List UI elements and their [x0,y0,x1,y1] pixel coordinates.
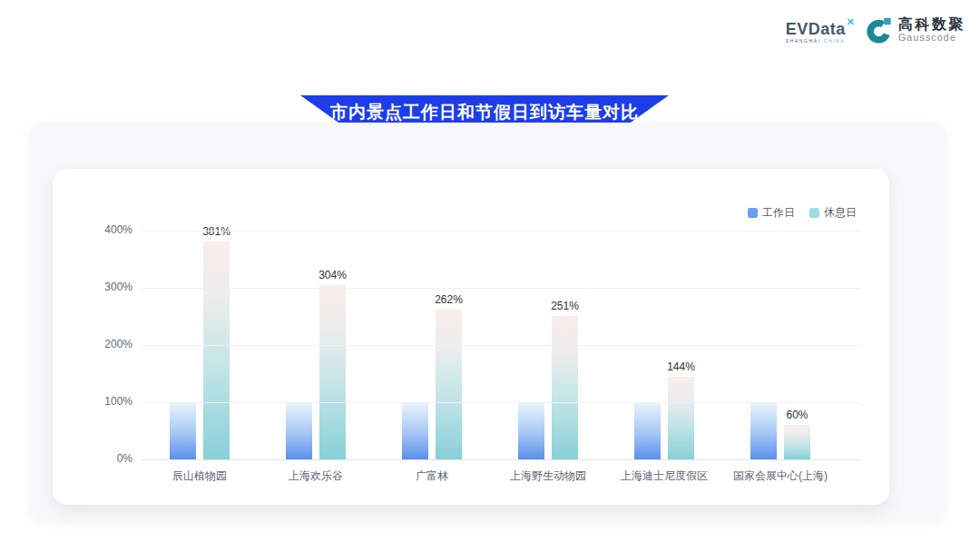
evdata-subtext: SHANGHAI CHINA [786,39,845,44]
y-axis-tick-label: 300% [80,281,132,292]
bar-restday[interactable] [668,377,694,459]
bar-restday[interactable] [436,310,462,459]
gridline [142,402,860,403]
bar-value-label: 262% [435,294,463,305]
y-axis-tick-label: 200% [80,339,132,350]
bar-workday[interactable] [402,402,428,459]
bar-workday[interactable] [518,402,544,459]
gausscode-name-en: Gausscode [898,33,965,43]
bar-wrap-restday: 262% [436,310,462,459]
page-title: 市内景点工作日和节假日到访车量对比 [330,101,639,124]
gausscode-logo: 高科数聚 Gausscode [867,15,965,44]
bar-workday[interactable] [170,402,196,459]
bar-value-label: 304% [318,270,347,281]
gridline [142,231,860,232]
bar-restday[interactable] [552,316,578,459]
legend-marker-restday-icon [809,208,819,218]
chart-legend: 工作日 休息日 [748,205,857,221]
y-axis-tick-label: 100% [80,396,132,407]
brand-logos: EVData ✕ SHANGHAI CHINA 高科数聚 Gausscode [786,15,965,44]
chart-card: 工作日 休息日 381%辰山植物园304%上海欢乐谷262%广富林251%上海野… [53,169,889,505]
bar-wrap-restday: 381% [203,242,230,459]
x-axis-category-label: 上海欢乐谷 [289,470,343,481]
bar-wrap-workday [170,402,196,459]
gausscode-g-icon [867,15,894,44]
y-axis-tick-label: 0% [80,453,132,464]
bar-workday[interactable] [286,402,312,459]
x-axis-category-label: 上海迪士尼度假区 [621,470,708,481]
evdata-logo: EVData ✕ SHANGHAI CHINA [786,15,855,44]
page: EVData ✕ SHANGHAI CHINA 高科数聚 Gausscode 市… [0,0,980,552]
bar-wrap-restday: 144% [668,377,694,459]
bar-wrap-restday: 304% [319,285,346,459]
legend-marker-workday-icon [748,208,758,218]
gridline [142,459,860,460]
bar-wrap-workday [634,402,661,459]
bar-workday[interactable] [634,402,661,459]
gridline [142,345,860,346]
bar-restday[interactable] [319,285,346,459]
legend-item-workday[interactable]: 工作日 [748,205,795,221]
bar-wrap-workday [750,402,777,459]
evdata-wordmark: EVData [786,21,846,37]
bar-workday[interactable] [750,402,777,459]
x-axis-category-label: 辰山植物园 [172,470,227,481]
bar-wrap-workday [286,402,312,459]
gridline [142,288,860,289]
x-axis-category-label: 国家会展中心(上海) [733,470,828,481]
bar-wrap-restday: 251% [552,316,578,459]
bar-value-label: 144% [667,361,695,372]
plot-area: 381%辰山植物园304%上海欢乐谷262%广富林251%上海野生动物园144%… [142,231,860,459]
bar-wrap-workday [518,402,544,459]
evdata-x-icon: ✕ [847,17,855,27]
x-axis-category-label: 上海野生动物园 [510,470,586,481]
bar-restday[interactable] [203,242,230,459]
bar-restday[interactable] [784,425,810,459]
bar-wrap-restday: 60% [784,425,810,459]
x-axis-category-label: 广富林 [416,470,448,481]
chart-panel: 工作日 休息日 381%辰山植物园304%上海欢乐谷262%广富林251%上海野… [29,123,946,522]
bar-value-label: 251% [551,301,579,311]
gausscode-name-cn: 高科数聚 [898,17,965,33]
y-axis-tick-label: 400% [80,224,132,235]
bar-value-label: 60% [786,409,808,420]
legend-item-restday[interactable]: 休息日 [809,205,857,221]
bar-wrap-workday [402,402,428,459]
bar-value-label: 381% [202,226,230,237]
